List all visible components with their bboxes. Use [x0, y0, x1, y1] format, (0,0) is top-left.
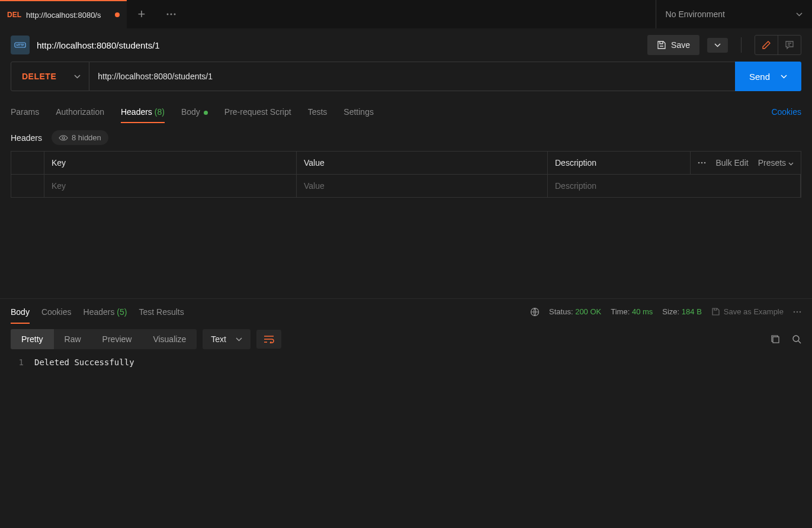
more-actions-icon[interactable] [698, 162, 706, 164]
tab-title: http://localhost:8080/s [26, 11, 110, 20]
edit-button[interactable] [755, 36, 778, 54]
globe-icon[interactable] [530, 307, 540, 317]
hidden-headers-pill[interactable]: 8 hidden [52, 130, 108, 145]
chevron-down-icon [796, 12, 803, 17]
tab-authorization[interactable]: Authorization [56, 101, 104, 123]
svg-point-10 [794, 311, 795, 313]
svg-point-5 [62, 137, 65, 139]
chevron-down-icon [714, 43, 721, 47]
response-body[interactable]: 1 Deleted Successfully [0, 354, 812, 371]
request-name: http://localhost:8080/students/1 [37, 40, 640, 50]
tab-method-label: DEL [7, 11, 21, 19]
line-number: 1 [11, 358, 34, 367]
svg-point-0 [167, 14, 169, 15]
body-indicator-dot [204, 111, 208, 115]
search-button[interactable] [792, 334, 801, 344]
tab-params[interactable]: Params [11, 101, 39, 123]
resp-tab-cookies[interactable]: Cookies [41, 301, 72, 323]
comment-icon [785, 40, 794, 50]
request-tab[interactable]: DEL http://localhost:8080/s [0, 0, 127, 28]
method-label: DELETE [22, 72, 56, 81]
wrap-icon [264, 335, 274, 343]
title-bar: HTTP http://localhost:8080/students/1 Sa… [0, 28, 812, 62]
presets-dropdown[interactable]: Presets [758, 158, 794, 168]
tab-body[interactable]: Body [181, 101, 208, 123]
svg-point-2 [174, 14, 176, 15]
headers-section-title: Headers [11, 133, 42, 143]
cookies-link[interactable]: Cookies [771, 107, 801, 117]
tab-headers[interactable]: Headers (8) [121, 101, 165, 123]
tab-prerequest[interactable]: Pre-request Script [224, 101, 291, 123]
svg-point-11 [797, 311, 798, 313]
view-tab-pretty[interactable]: Pretty [11, 329, 54, 349]
col-header-value: Value [297, 152, 548, 174]
header-key-input[interactable] [52, 181, 289, 191]
method-select[interactable]: DELETE [11, 62, 89, 91]
environment-dropdown[interactable]: No Environment [656, 0, 812, 28]
send-button[interactable]: Send [735, 62, 801, 91]
header-description-input[interactable] [555, 181, 793, 191]
bulk-edit-button[interactable]: Bulk Edit [715, 158, 748, 168]
svg-point-7 [701, 162, 703, 164]
url-input[interactable] [89, 62, 735, 91]
copy-icon [771, 334, 780, 344]
http-badge-icon: HTTP [11, 36, 30, 54]
response-tabs: Body Cookies Headers (5) Test Results St… [0, 298, 812, 324]
more-tabs-button[interactable] [156, 0, 186, 28]
search-icon [792, 334, 801, 344]
comment-button[interactable] [778, 36, 801, 54]
resp-tab-body[interactable]: Body [11, 301, 30, 323]
view-tab-visualize[interactable]: Visualize [142, 329, 197, 349]
environment-label: No Environment [666, 9, 725, 19]
response-meta: Status: 200 OK Time: 40 ms Size: 184 B S… [530, 307, 801, 317]
svg-point-1 [171, 14, 172, 15]
unsaved-dot-icon [115, 12, 120, 17]
code-line: Deleted Successfully [34, 358, 134, 367]
tab-tests[interactable]: Tests [308, 101, 328, 123]
save-icon [711, 307, 720, 316]
table-header-row: Key Value Description Bulk Edit Presets [11, 152, 801, 175]
save-button[interactable]: Save [647, 35, 699, 55]
time-value: 40 ms [632, 307, 653, 316]
view-tabs: Pretty Raw Preview Visualize [11, 329, 197, 349]
format-select[interactable]: Text [203, 329, 251, 349]
svg-point-8 [704, 162, 706, 164]
wrap-lines-button[interactable] [256, 330, 281, 349]
chevron-down-icon [236, 337, 242, 342]
pencil-icon [762, 40, 771, 50]
copy-button[interactable] [771, 334, 780, 344]
view-tab-preview[interactable]: Preview [92, 329, 143, 349]
tab-settings[interactable]: Settings [344, 101, 374, 123]
headers-bar: Headers 8 hidden [0, 130, 812, 145]
save-icon [657, 40, 666, 50]
save-as-example-button[interactable]: Save as Example [711, 307, 784, 316]
svg-point-6 [698, 162, 700, 164]
header-value-input[interactable] [304, 181, 540, 191]
status-value: 200 OK [575, 307, 601, 316]
svg-rect-13 [773, 337, 779, 343]
size-value: 184 B [682, 307, 702, 316]
view-tab-raw[interactable]: Raw [54, 329, 92, 349]
resp-tab-test-results[interactable]: Test Results [139, 301, 184, 323]
url-bar: DELETE Send [11, 62, 801, 91]
new-tab-button[interactable]: + [127, 0, 156, 28]
col-header-description: Description [548, 152, 691, 174]
svg-text:HTTP: HTTP [16, 43, 24, 47]
save-dropdown-button[interactable] [707, 38, 728, 53]
chevron-down-icon [74, 75, 81, 79]
headers-table: Key Value Description Bulk Edit Presets [11, 151, 801, 198]
view-tabs-row: Pretty Raw Preview Visualize Text [0, 324, 812, 354]
request-tabs: Params Authorization Headers (8) Body Pr… [0, 99, 812, 124]
top-tabs-bar: DEL http://localhost:8080/s + No Environ… [0, 0, 812, 28]
chevron-down-icon [781, 75, 787, 79]
resp-tab-headers[interactable]: Headers (5) [84, 301, 127, 323]
table-row [11, 175, 801, 197]
more-response-icon[interactable] [793, 311, 801, 313]
icon-button-group [755, 35, 801, 55]
svg-point-14 [793, 336, 799, 342]
col-header-key: Key [44, 152, 297, 174]
svg-point-12 [800, 311, 801, 313]
eye-icon [59, 134, 68, 141]
